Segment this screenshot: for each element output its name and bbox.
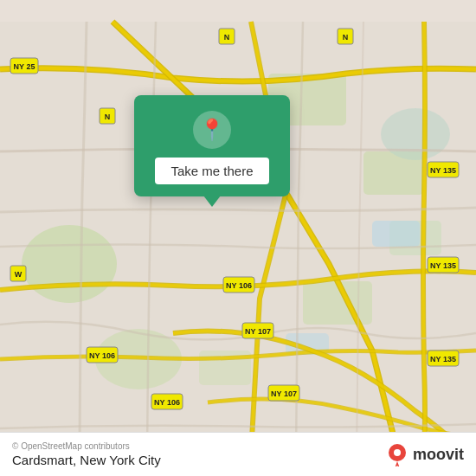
svg-point-38 [394, 449, 401, 456]
moovit-text: moovit [413, 446, 464, 464]
map-background: NY 25 N N N W NY 106 NY 106 NY 106 NY 10… [0, 0, 476, 476]
popup-card: 📍 Take me there [134, 95, 290, 196]
bottom-bar: © OpenStreetMap contributors Cardsmart, … [0, 432, 476, 476]
map-container: NY 25 N N N W NY 106 NY 106 NY 106 NY 10… [0, 0, 476, 476]
take-me-there-button[interactable]: Take me there [155, 158, 268, 184]
svg-text:NY 106: NY 106 [226, 281, 252, 290]
location-pin-icon: 📍 [199, 119, 225, 140]
svg-text:NY 107: NY 107 [271, 389, 297, 398]
svg-text:NY 135: NY 135 [430, 166, 456, 175]
bottom-left-section: © OpenStreetMap contributors Cardsmart, … [12, 441, 161, 467]
location-name: Cardsmart, New York City [12, 453, 161, 467]
svg-text:N: N [105, 113, 111, 121]
svg-text:NY 106: NY 106 [89, 351, 115, 360]
svg-text:NY 25: NY 25 [14, 62, 35, 71]
svg-rect-9 [372, 221, 420, 247]
svg-text:N: N [224, 33, 230, 42]
svg-text:NY 135: NY 135 [430, 355, 456, 363]
location-icon-circle: 📍 [193, 111, 231, 149]
svg-text:NY 107: NY 107 [245, 327, 271, 336]
svg-point-8 [381, 108, 450, 160]
svg-text:W: W [15, 270, 23, 279]
moovit-icon [385, 442, 409, 466]
moovit-logo: moovit [385, 442, 464, 466]
svg-text:N: N [343, 33, 349, 42]
svg-text:NY 135: NY 135 [430, 261, 456, 270]
svg-point-1 [22, 225, 117, 303]
svg-text:NY 106: NY 106 [154, 398, 180, 407]
attribution-text: © OpenStreetMap contributors [12, 441, 161, 451]
